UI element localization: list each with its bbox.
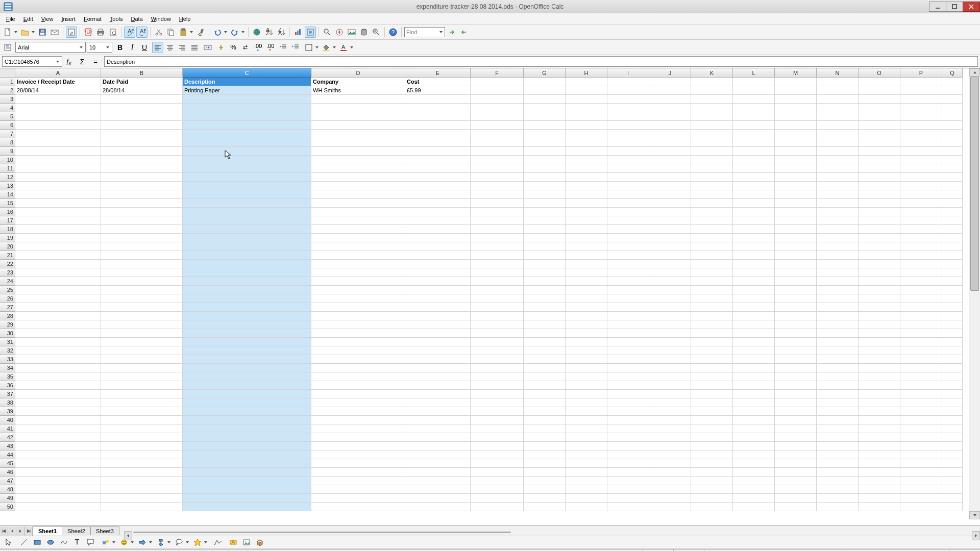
cell[interactable] bbox=[859, 303, 900, 312]
cell[interactable] bbox=[183, 303, 311, 312]
cell[interactable] bbox=[900, 503, 942, 511]
cell[interactable] bbox=[405, 156, 471, 164]
menu-file[interactable]: File bbox=[2, 15, 19, 23]
cell[interactable] bbox=[942, 312, 963, 320]
cell[interactable] bbox=[524, 416, 566, 424]
cell[interactable] bbox=[691, 199, 733, 208]
font-size-combo[interactable]: 10 bbox=[87, 42, 112, 53]
cell[interactable] bbox=[859, 477, 900, 485]
cell[interactable] bbox=[649, 459, 691, 468]
delete-decimal-button[interactable]: .00 bbox=[264, 42, 276, 53]
find-prev-button[interactable] bbox=[458, 27, 470, 38]
cell[interactable] bbox=[524, 225, 566, 234]
cell[interactable] bbox=[775, 424, 817, 433]
cell[interactable] bbox=[775, 294, 817, 303]
row-header[interactable]: 29 bbox=[0, 320, 15, 329]
cell[interactable] bbox=[183, 503, 311, 511]
cell[interactable] bbox=[101, 329, 183, 338]
cell[interactable] bbox=[15, 424, 101, 433]
cell[interactable] bbox=[566, 242, 607, 251]
cell[interactable] bbox=[524, 199, 566, 208]
datasources-button[interactable] bbox=[358, 27, 370, 38]
cell[interactable] bbox=[691, 260, 733, 268]
cell[interactable] bbox=[691, 173, 733, 182]
cell[interactable] bbox=[607, 433, 649, 442]
cell[interactable]: Printing Paper bbox=[183, 86, 311, 95]
cell[interactable] bbox=[101, 468, 183, 477]
cell[interactable] bbox=[733, 86, 775, 95]
cell[interactable] bbox=[607, 199, 649, 208]
row-header[interactable]: 30 bbox=[0, 329, 15, 338]
tab-next-button[interactable] bbox=[16, 527, 24, 536]
cell[interactable] bbox=[15, 190, 101, 199]
cell[interactable] bbox=[405, 121, 471, 130]
cell[interactable] bbox=[817, 156, 859, 164]
cell[interactable] bbox=[942, 372, 963, 381]
cell[interactable] bbox=[566, 372, 607, 381]
cell[interactable] bbox=[733, 286, 775, 294]
cell[interactable] bbox=[859, 364, 900, 372]
cell[interactable] bbox=[524, 242, 566, 251]
sheet-tab[interactable]: Sheet2 bbox=[62, 527, 91, 535]
cell[interactable] bbox=[649, 95, 691, 104]
row-header[interactable]: 44 bbox=[0, 450, 15, 459]
cell[interactable] bbox=[471, 121, 524, 130]
cell[interactable] bbox=[183, 338, 311, 346]
cell[interactable] bbox=[471, 156, 524, 164]
cell[interactable] bbox=[649, 156, 691, 164]
cell[interactable] bbox=[900, 390, 942, 398]
paste-button[interactable] bbox=[178, 27, 189, 38]
cell[interactable] bbox=[524, 320, 566, 329]
cell[interactable] bbox=[101, 182, 183, 190]
cell[interactable] bbox=[691, 277, 733, 286]
cell[interactable] bbox=[691, 286, 733, 294]
cell[interactable] bbox=[405, 355, 471, 364]
cell[interactable] bbox=[524, 372, 566, 381]
cell[interactable] bbox=[859, 398, 900, 407]
cell[interactable] bbox=[649, 121, 691, 130]
cell[interactable] bbox=[405, 459, 471, 468]
cell[interactable] bbox=[775, 346, 817, 355]
cell[interactable] bbox=[900, 494, 942, 503]
cell[interactable] bbox=[15, 450, 101, 459]
cell[interactable] bbox=[524, 182, 566, 190]
cell[interactable] bbox=[607, 242, 649, 251]
cell[interactable] bbox=[649, 364, 691, 372]
cell[interactable] bbox=[817, 303, 859, 312]
cell[interactable] bbox=[900, 208, 942, 216]
cell[interactable] bbox=[817, 242, 859, 251]
row-header[interactable]: 26 bbox=[0, 294, 15, 303]
cell[interactable] bbox=[900, 320, 942, 329]
cell[interactable] bbox=[607, 503, 649, 511]
cell[interactable] bbox=[524, 364, 566, 372]
cell[interactable] bbox=[691, 468, 733, 477]
print-button[interactable] bbox=[95, 27, 106, 38]
cell[interactable] bbox=[311, 199, 405, 208]
cell[interactable] bbox=[183, 216, 311, 225]
cell[interactable] bbox=[471, 442, 524, 450]
cell[interactable] bbox=[733, 78, 775, 86]
cell[interactable] bbox=[775, 477, 817, 485]
cell[interactable] bbox=[311, 251, 405, 260]
cell[interactable] bbox=[471, 130, 524, 138]
cell[interactable] bbox=[942, 156, 963, 164]
cell[interactable] bbox=[183, 164, 311, 173]
cell[interactable] bbox=[733, 268, 775, 277]
cell[interactable] bbox=[942, 503, 963, 511]
edit-mode-button[interactable] bbox=[66, 27, 77, 38]
cell[interactable] bbox=[101, 372, 183, 381]
cell[interactable] bbox=[900, 182, 942, 190]
cell[interactable] bbox=[775, 329, 817, 338]
cell[interactable] bbox=[607, 78, 649, 86]
cell[interactable] bbox=[817, 398, 859, 407]
cell[interactable] bbox=[15, 433, 101, 442]
flowchart-button[interactable] bbox=[155, 537, 166, 548]
cell[interactable] bbox=[691, 424, 733, 433]
cell[interactable] bbox=[942, 130, 963, 138]
cell[interactable] bbox=[691, 398, 733, 407]
cell[interactable] bbox=[733, 468, 775, 477]
cell[interactable] bbox=[15, 303, 101, 312]
cell[interactable] bbox=[733, 346, 775, 355]
cell[interactable] bbox=[900, 346, 942, 355]
cell[interactable] bbox=[471, 450, 524, 459]
